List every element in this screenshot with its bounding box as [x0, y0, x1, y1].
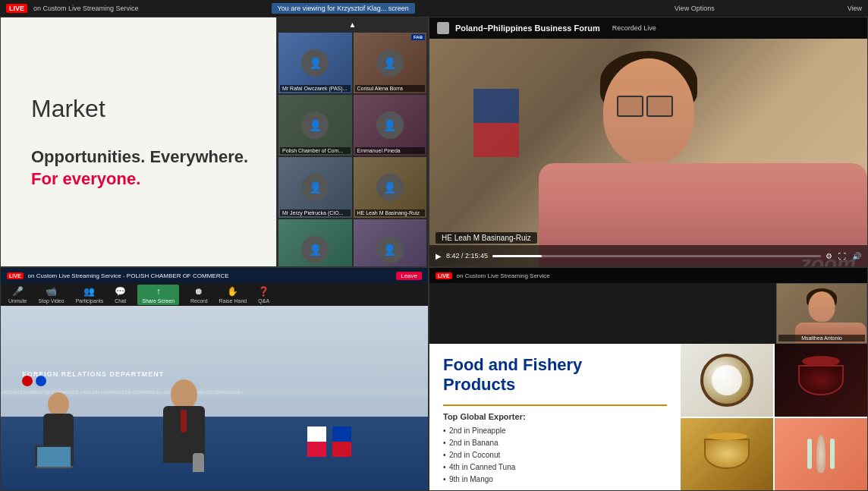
food-content: Msaithea Antonio Food and Fishery Produc… [429, 283, 867, 490]
fork-shape-2 [830, 439, 835, 469]
slide-text-column: Food and Fishery Products Top Global Exp… [429, 344, 681, 490]
participants-button[interactable]: 👥 Participants [76, 286, 104, 304]
participant-bg: 👤 [278, 33, 352, 93]
participant-cell[interactable]: 👤 FAB Consul Alena Borra [354, 33, 427, 93]
glasses [617, 96, 681, 117]
top-bar: LIVE on Custom Live Streaming Service Yo… [0, 0, 868, 17]
coconut-inner [712, 365, 742, 395]
tagline-normal: Opportunities. Everywhere. [31, 147, 248, 166]
control-icons: ⚙ ⛶ 🔊 [826, 252, 861, 260]
record-button[interactable]: ⏺ Record [190, 286, 208, 304]
list-item: 2nd in Pineapple [443, 425, 667, 437]
microphone [193, 453, 204, 472]
participant-bg: 👤 FAB [354, 33, 427, 93]
participant-cell[interactable]: 👤 Ms Aithea Antonio [354, 219, 427, 266]
logo-blue [36, 376, 46, 386]
unmute-button[interactable]: 🎤 Unmute [8, 286, 27, 304]
conference-room: Foreign Relations Department POLISH CHAM… [1, 306, 428, 490]
qa-button[interactable]: ❓ Q&A [258, 286, 269, 304]
raise-hand-button[interactable]: ✋ Raise Hand [219, 286, 247, 304]
play-button[interactable]: ▶ [436, 252, 442, 260]
chat-button[interactable]: 💬 Chat [115, 286, 126, 304]
participant-cell[interactable]: 👤 HE Leah M Basinang-Ruiz [354, 157, 427, 218]
participant-bg: 👤 [354, 219, 427, 266]
participant-avatar: 👤 [376, 49, 404, 77]
food-image-spice [775, 344, 867, 417]
participant-cell[interactable]: 👤 Mr Rafal Owczarek (PAS)... [278, 33, 352, 93]
flag-poland [307, 426, 326, 457]
list-item: 4th in Canned Tuna [443, 461, 667, 474]
food-image-cereal [681, 418, 773, 491]
laptop-screen [37, 447, 71, 467]
participant-bg: 👤 [354, 157, 427, 218]
participant-avatar: 👤 [301, 49, 329, 77]
conference-live-badge: LIVE [7, 272, 24, 279]
person-right [163, 379, 205, 463]
coconut-visual [681, 344, 773, 417]
food-slide: Food and Fishery Products Top Global Exp… [429, 344, 867, 490]
view-options[interactable]: View Options [675, 5, 715, 12]
food-image-cutlery [775, 418, 867, 491]
forum-title: Poland–Philippines Business Forum [455, 24, 600, 33]
tie [181, 410, 187, 433]
participant-cell[interactable]: 👤 Mr Jerzy Pietrucka (CIO... [278, 157, 352, 218]
progress-bar[interactable] [492, 255, 821, 257]
leave-button[interactable]: Leave [396, 272, 422, 280]
share-screen-button[interactable]: ↑ Share Screen [137, 285, 179, 305]
panel-speaker: Poland–Philippines Business Forum Record… [429, 17, 868, 267]
flag-background [473, 89, 519, 157]
participants-grid: 👤 Mr Rafal Owczarek (PAS)... 👤 FAB Consu… [277, 31, 428, 266]
food-image-coconut [681, 344, 773, 417]
video-controls: ▶ 8:42 / 2:15:45 ⚙ ⛶ 🔊 [429, 245, 867, 266]
panel-conference: LIVE on Custom Live Streaming Service - … [0, 267, 429, 491]
spice-top [802, 356, 840, 367]
small-speaker-head [809, 291, 835, 322]
food-top-bar: LIVE on Custom Live Streaming Service [429, 268, 867, 283]
food-stream-text: on Custom Live Streaming Service [457, 272, 550, 279]
viewing-text: You are viewing for Krzysztof Klag... sc… [272, 3, 415, 14]
coconut-container [697, 350, 757, 411]
speaker-head [603, 58, 694, 165]
laptop [35, 445, 73, 468]
slide-title: Food and Fishery Products [443, 355, 667, 395]
participant-cell[interactable]: 👤 Mr Krzysztof Kapustkowicz [278, 219, 352, 266]
participant-bg: 👤 [278, 95, 352, 156]
participant-name: Emmanuel Pineda [355, 147, 426, 154]
participant-avatar: 👤 [301, 112, 329, 139]
volume-icon[interactable]: 🔊 [852, 252, 861, 260]
participants-panel: ▲ 👤 Mr Rafal Owczarek (PAS)... 👤 FAB Con… [276, 17, 428, 266]
person-right-head [171, 379, 197, 410]
list-item: 2nd in Banana [443, 437, 667, 449]
participant-bg: 👤 [278, 219, 352, 266]
participant-bg: 👤 [354, 95, 427, 156]
panel-food: LIVE on Custom Live Streaming Service Ms… [429, 267, 868, 491]
fullscreen-icon[interactable]: ⛶ [838, 252, 846, 260]
speaker-label: HE Leah M Basinang-Ruiz [436, 232, 537, 244]
stop-video-button[interactable]: 📹 Stop Video [39, 286, 64, 304]
flag-philippines [332, 426, 351, 457]
view-label[interactable]: View [848, 5, 862, 12]
participant-cell[interactable]: 👤 Emmanuel Pineda [354, 95, 427, 156]
cereal-visual [681, 418, 773, 491]
settings-icon[interactable]: ⚙ [826, 252, 832, 260]
conference-logos [22, 376, 46, 386]
zoom-controls: 🎤 Unmute 📹 Stop Video 👥 Participants 💬 C… [1, 283, 428, 306]
participant-avatar: 👤 [301, 174, 329, 201]
service-text: on Custom Live Streaming Service [33, 5, 139, 12]
conference-stream-text: on Custom Live Streaming Service - POLIS… [28, 272, 229, 279]
cutlery-visual [775, 418, 867, 491]
logo-red [22, 376, 33, 386]
live-badge: LIVE [6, 4, 27, 13]
participant-name: Mr Rafal Owczarek (PAS)... [280, 85, 351, 92]
participant-name: Mr Jerzy Pietrucka (CIO... [280, 209, 351, 216]
participant-cell[interactable]: 👤 Polish Chamber of Com... [278, 95, 352, 156]
flags-container [307, 426, 351, 457]
participant-name: Consul Alena Borra [355, 85, 426, 92]
participants-scroll-up[interactable]: ▲ [277, 17, 428, 31]
list-item: 9th in Mango [443, 474, 667, 486]
brand-repeat: POLISH CHAMBER OF COMMERCE • POLISH CHAM… [2, 390, 244, 395]
participant-name: Polish Chamber of Com... [280, 147, 351, 154]
conference-bar: LIVE on Custom Live Streaming Service - … [1, 268, 428, 283]
spice-bowl-shape [798, 365, 844, 395]
bowl-shape [816, 435, 826, 473]
